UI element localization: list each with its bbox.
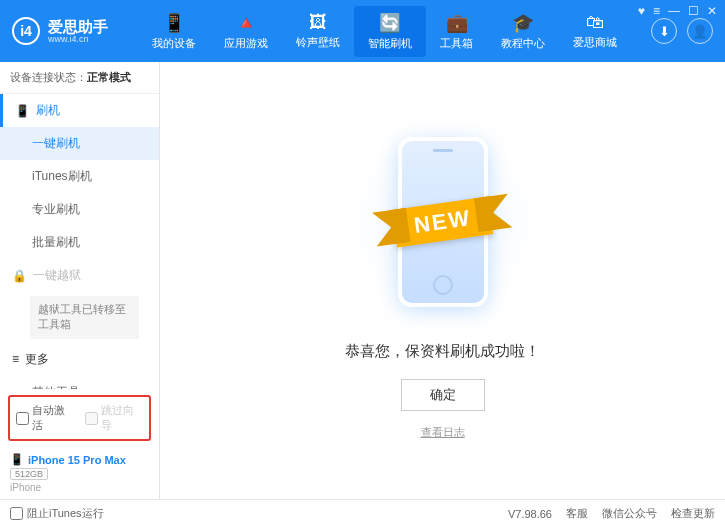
app-subtitle: www.i4.cn [48,34,108,44]
flash-icon: 🔄 [379,12,401,34]
sidebar-other-tools[interactable]: 其他工具 [0,376,159,389]
close-icon[interactable]: ✕ [707,4,717,18]
apps-icon: 🔺 [235,12,257,34]
sidebar-more-header[interactable]: ≡ 更多 [0,343,159,376]
device-type: iPhone [10,482,149,493]
titlebar: ♥ ≡ — ☐ ✕ i4 爱思助手 www.i4.cn 📱我的设备 🔺应用游戏 … [0,0,725,62]
skip-setup-checkbox[interactable]: 跳过向导 [85,403,144,433]
phone-icon: 📱 [15,104,30,118]
version-label: V7.98.66 [508,508,552,520]
sidebar-itunes-flash[interactable]: iTunes刷机 [0,160,159,193]
app-title: 爱思助手 [48,19,108,34]
theme-icon[interactable]: ♥ [638,4,645,18]
lock-icon: 🔒 [12,269,27,283]
device-icon: 📱 [163,12,185,34]
footer-wechat[interactable]: 微信公众号 [602,506,657,521]
logo: i4 爱思助手 www.i4.cn [12,17,108,45]
ok-button[interactable]: 确定 [401,379,485,411]
minimize-icon[interactable]: — [668,4,680,18]
view-log-link[interactable]: 查看日志 [421,425,465,440]
tools-icon: 💼 [446,12,468,34]
logo-icon: i4 [12,17,40,45]
sidebar-flash-header[interactable]: 📱 刷机 [0,94,159,127]
nav-mydevice[interactable]: 📱我的设备 [138,6,210,57]
sidebar-jailbreak-note: 越狱工具已转移至工具箱 [30,296,139,339]
device-info[interactable]: 📱iPhone 15 Pro Max 512GB iPhone [0,447,159,499]
auto-activate-checkbox[interactable]: 自动激活 [16,403,75,433]
user-button[interactable]: 👤 [687,18,713,44]
list-icon: ≡ [12,352,19,366]
mall-icon: 🛍 [586,12,604,33]
window-controls: ♥ ≡ — ☐ ✕ [638,4,717,18]
connection-status: 设备连接状态：正常模式 [0,62,159,94]
nav-tutorial[interactable]: 🎓教程中心 [487,6,559,57]
menu-icon[interactable]: ≡ [653,4,660,18]
maximize-icon[interactable]: ☐ [688,4,699,18]
sidebar-pro-flash[interactable]: 专业刷机 [0,193,159,226]
phone-icon: 📱 [10,453,24,466]
sidebar-batch-flash[interactable]: 批量刷机 [0,226,159,259]
nav-apps[interactable]: 🔺应用游戏 [210,6,282,57]
block-itunes-checkbox[interactable]: 阻止iTunes运行 [10,506,104,521]
flash-options: 自动激活 跳过向导 [8,395,151,441]
download-button[interactable]: ⬇ [651,18,677,44]
tutorial-icon: 🎓 [512,12,534,34]
sidebar: 设备连接状态：正常模式 📱 刷机 一键刷机 iTunes刷机 专业刷机 批量刷机… [0,62,160,499]
nav-tools[interactable]: 💼工具箱 [426,6,487,57]
sidebar-jailbreak-header: 🔒 一键越狱 [0,259,159,292]
top-nav: 📱我的设备 🔺应用游戏 🖼铃声壁纸 🔄智能刷机 💼工具箱 🎓教程中心 🛍爱思商城 [138,6,651,57]
ringtone-icon: 🖼 [309,12,327,33]
footer-update[interactable]: 检查更新 [671,506,715,521]
nav-flash[interactable]: 🔄智能刷机 [354,6,426,57]
main-content: NEW 恭喜您，保资料刷机成功啦！ 确定 查看日志 [160,62,725,499]
nav-ringtone[interactable]: 🖼铃声壁纸 [282,6,354,57]
statusbar: 阻止iTunes运行 V7.98.66 客服 微信公众号 检查更新 [0,499,725,527]
sidebar-oneclick-flash[interactable]: 一键刷机 [0,127,159,160]
success-message: 恭喜您，保资料刷机成功啦！ [345,342,540,361]
device-capacity: 512GB [10,468,48,480]
nav-mall[interactable]: 🛍爱思商城 [559,6,631,57]
footer-support[interactable]: 客服 [566,506,588,521]
success-illustration: NEW [343,122,543,322]
